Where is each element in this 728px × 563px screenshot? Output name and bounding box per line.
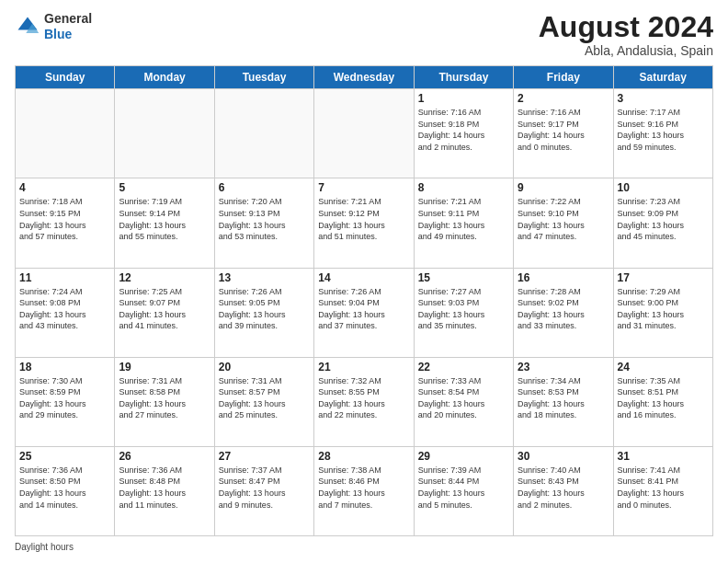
day-number: 3	[618, 92, 709, 105]
calendar-cell: 3Sunrise: 7:17 AM Sunset: 9:16 PM Daylig…	[613, 89, 712, 178]
day-number: 18	[19, 361, 110, 373]
day-number: 21	[318, 361, 409, 373]
day-header-thursday: Thursday	[414, 66, 513, 89]
day-info: Sunrise: 7:26 AM Sunset: 9:04 PM Dayligh…	[318, 286, 409, 332]
day-number: 20	[219, 361, 310, 373]
day-number: 10	[618, 181, 709, 194]
calendar-cell: 22Sunrise: 7:33 AM Sunset: 8:54 PM Dayli…	[414, 357, 513, 446]
calendar-cell: 14Sunrise: 7:26 AM Sunset: 9:04 PM Dayli…	[314, 268, 414, 357]
day-info: Sunrise: 7:37 AM Sunset: 8:47 PM Dayligh…	[219, 465, 310, 511]
calendar-cell: 2Sunrise: 7:16 AM Sunset: 9:17 PM Daylig…	[514, 89, 613, 178]
day-info: Sunrise: 7:21 AM Sunset: 9:12 PM Dayligh…	[318, 196, 409, 242]
calendar-cell: 5Sunrise: 7:19 AM Sunset: 9:14 PM Daylig…	[115, 178, 214, 268]
calendar-cell: 26Sunrise: 7:36 AM Sunset: 8:48 PM Dayli…	[115, 446, 214, 535]
day-info: Sunrise: 7:30 AM Sunset: 8:59 PM Dayligh…	[19, 375, 110, 421]
day-info: Sunrise: 7:25 AM Sunset: 9:07 PM Dayligh…	[119, 286, 210, 332]
day-number: 29	[418, 450, 509, 463]
day-header-friday: Friday	[514, 66, 613, 89]
day-info: Sunrise: 7:27 AM Sunset: 9:03 PM Dayligh…	[418, 286, 509, 332]
calendar-cell: 30Sunrise: 7:40 AM Sunset: 8:43 PM Dayli…	[514, 446, 613, 535]
calendar-cell: 1Sunrise: 7:16 AM Sunset: 9:18 PM Daylig…	[414, 89, 513, 178]
day-number: 28	[318, 450, 409, 463]
day-number: 8	[418, 181, 509, 194]
calendar-cell	[214, 89, 313, 178]
day-number: 22	[418, 361, 509, 373]
day-info: Sunrise: 7:16 AM Sunset: 9:18 PM Dayligh…	[418, 107, 509, 153]
calendar-cell	[16, 89, 115, 178]
day-number: 25	[19, 450, 110, 463]
calendar-cell: 13Sunrise: 7:26 AM Sunset: 9:05 PM Dayli…	[214, 268, 313, 357]
day-number: 16	[518, 271, 609, 284]
main-title: August 2024	[539, 11, 713, 43]
day-number: 26	[119, 450, 210, 463]
day-info: Sunrise: 7:36 AM Sunset: 8:50 PM Dayligh…	[19, 465, 110, 511]
calendar: SundayMondayTuesdayWednesdayThursdayFrid…	[15, 65, 713, 536]
calendar-cell	[115, 89, 214, 178]
calendar-cell: 8Sunrise: 7:21 AM Sunset: 9:11 PM Daylig…	[414, 178, 513, 268]
day-number: 2	[518, 92, 609, 105]
day-info: Sunrise: 7:29 AM Sunset: 9:00 PM Dayligh…	[618, 286, 709, 332]
day-number: 31	[618, 450, 709, 463]
day-number: 11	[19, 271, 110, 284]
day-info: Sunrise: 7:26 AM Sunset: 9:05 PM Dayligh…	[219, 286, 310, 332]
title-block: August 2024 Abla, Andalusia, Spain	[539, 11, 713, 58]
calendar-cell: 24Sunrise: 7:35 AM Sunset: 8:51 PM Dayli…	[613, 357, 712, 446]
day-number: 24	[618, 361, 709, 373]
day-info: Sunrise: 7:31 AM Sunset: 8:57 PM Dayligh…	[219, 375, 310, 421]
calendar-cell: 18Sunrise: 7:30 AM Sunset: 8:59 PM Dayli…	[16, 357, 115, 446]
day-info: Sunrise: 7:28 AM Sunset: 9:02 PM Dayligh…	[518, 286, 609, 332]
day-header-wednesday: Wednesday	[314, 66, 414, 89]
day-number: 12	[119, 271, 210, 284]
day-number: 5	[119, 181, 210, 194]
day-info: Sunrise: 7:39 AM Sunset: 8:44 PM Dayligh…	[418, 465, 509, 511]
day-info: Sunrise: 7:18 AM Sunset: 9:15 PM Dayligh…	[19, 196, 110, 242]
day-header-tuesday: Tuesday	[214, 66, 313, 89]
calendar-cell: 10Sunrise: 7:23 AM Sunset: 9:09 PM Dayli…	[613, 178, 712, 268]
calendar-cell: 6Sunrise: 7:20 AM Sunset: 9:13 PM Daylig…	[214, 178, 313, 268]
calendar-cell: 27Sunrise: 7:37 AM Sunset: 8:47 PM Dayli…	[214, 446, 313, 535]
calendar-cell: 11Sunrise: 7:24 AM Sunset: 9:08 PM Dayli…	[16, 268, 115, 357]
calendar-cell: 31Sunrise: 7:41 AM Sunset: 8:41 PM Dayli…	[613, 446, 712, 535]
calendar-cell: 16Sunrise: 7:28 AM Sunset: 9:02 PM Dayli…	[514, 268, 613, 357]
calendar-cell	[314, 89, 414, 178]
day-info: Sunrise: 7:40 AM Sunset: 8:43 PM Dayligh…	[518, 465, 609, 511]
logo: General Blue	[15, 11, 92, 42]
day-number: 14	[318, 271, 409, 284]
day-number: 1	[418, 92, 509, 105]
calendar-cell: 4Sunrise: 7:18 AM Sunset: 9:15 PM Daylig…	[16, 178, 115, 268]
day-info: Sunrise: 7:38 AM Sunset: 8:46 PM Dayligh…	[318, 465, 409, 511]
day-header-saturday: Saturday	[613, 66, 712, 89]
day-number: 6	[219, 181, 310, 194]
calendar-cell: 19Sunrise: 7:31 AM Sunset: 8:58 PM Dayli…	[115, 357, 214, 446]
day-info: Sunrise: 7:24 AM Sunset: 9:08 PM Dayligh…	[19, 286, 110, 332]
day-header-sunday: Sunday	[16, 66, 115, 89]
subtitle: Abla, Andalusia, Spain	[539, 43, 713, 58]
day-info: Sunrise: 7:21 AM Sunset: 9:11 PM Dayligh…	[418, 196, 509, 242]
day-number: 23	[518, 361, 609, 373]
day-info: Sunrise: 7:33 AM Sunset: 8:54 PM Dayligh…	[418, 375, 509, 421]
calendar-cell: 29Sunrise: 7:39 AM Sunset: 8:44 PM Dayli…	[414, 446, 513, 535]
calendar-cell: 12Sunrise: 7:25 AM Sunset: 9:07 PM Dayli…	[115, 268, 214, 357]
day-number: 19	[119, 361, 210, 373]
calendar-cell: 28Sunrise: 7:38 AM Sunset: 8:46 PM Dayli…	[314, 446, 414, 535]
calendar-cell: 17Sunrise: 7:29 AM Sunset: 9:00 PM Dayli…	[613, 268, 712, 357]
day-number: 9	[518, 181, 609, 194]
calendar-cell: 21Sunrise: 7:32 AM Sunset: 8:55 PM Dayli…	[314, 357, 414, 446]
logo-text: General Blue	[44, 11, 92, 42]
day-number: 15	[418, 271, 509, 284]
day-number: 7	[318, 181, 409, 194]
calendar-cell: 25Sunrise: 7:36 AM Sunset: 8:50 PM Dayli…	[16, 446, 115, 535]
day-number: 17	[618, 271, 709, 284]
legend: Daylight hours	[15, 542, 713, 552]
day-info: Sunrise: 7:41 AM Sunset: 8:41 PM Dayligh…	[618, 465, 709, 511]
day-info: Sunrise: 7:36 AM Sunset: 8:48 PM Dayligh…	[119, 465, 210, 511]
day-info: Sunrise: 7:16 AM Sunset: 9:17 PM Dayligh…	[518, 107, 609, 153]
day-info: Sunrise: 7:32 AM Sunset: 8:55 PM Dayligh…	[318, 375, 409, 421]
day-header-monday: Monday	[115, 66, 214, 89]
day-info: Sunrise: 7:20 AM Sunset: 9:13 PM Dayligh…	[219, 196, 310, 242]
day-info: Sunrise: 7:23 AM Sunset: 9:09 PM Dayligh…	[618, 196, 709, 242]
day-number: 4	[19, 181, 110, 194]
day-info: Sunrise: 7:19 AM Sunset: 9:14 PM Dayligh…	[119, 196, 210, 242]
day-number: 13	[219, 271, 310, 284]
day-info: Sunrise: 7:35 AM Sunset: 8:51 PM Dayligh…	[618, 375, 709, 421]
